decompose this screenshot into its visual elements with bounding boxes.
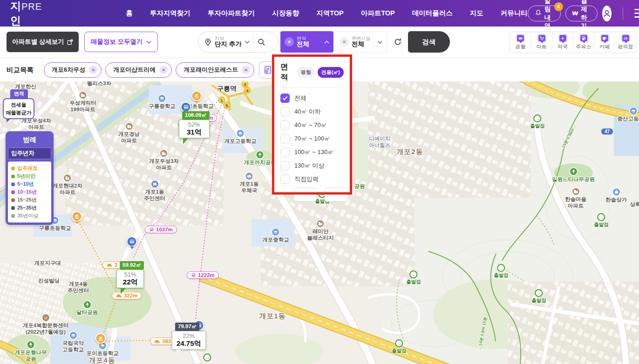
brand-logo[interactable]: 지인 PRE xyxy=(10,0,42,28)
alarm-button[interactable]: 알림내역 4 xyxy=(528,6,561,21)
map-label-line: 개포지구대 xyxy=(34,260,61,266)
distance-pill-1222m[interactable]: 1222m xyxy=(187,271,219,279)
area-filter-button[interactable]: ✕ 면적 전체 xyxy=(280,31,333,53)
area-option-label: 40㎡ 이하 xyxy=(294,108,321,116)
facility-filter-button[interactable]: ✕ 주변시설 전체 xyxy=(335,31,387,53)
checkbox-icon[interactable] xyxy=(280,148,290,157)
listing-toggle-button[interactable]: 매물정보 모두열기 xyxy=(84,32,158,52)
clear-filter-icon[interactable]: ✕ xyxy=(285,37,294,47)
unit-option-pyeong[interactable]: 평형 xyxy=(297,67,315,78)
elementary-school-pin[interactable]: 초 xyxy=(95,333,106,344)
profile-avatar[interactable] xyxy=(602,6,612,21)
refresh-icon xyxy=(393,37,402,47)
map-label-개포우성4차: 개포우성4차아파트 xyxy=(21,117,51,131)
area-option-3[interactable]: 70㎡ ~ 100㎡ xyxy=(280,132,344,145)
amenity-toggle-은행[interactable]: ₩은행 xyxy=(510,32,531,53)
price-marker-2[interactable]: 79.97㎡22%24.75억 xyxy=(172,322,206,356)
nav-item-6[interactable]: 데이터플러스 xyxy=(412,9,453,18)
compare-chip-2[interactable]: 개포래미안포레스트✕ xyxy=(176,62,254,78)
map-label-개포4복합문화센터: 개포4복합문화센터(2022년7월예정) xyxy=(23,314,68,336)
school-icon xyxy=(237,130,244,137)
tooltip-line: 매물평균가 xyxy=(5,109,33,117)
area-option-6[interactable]: 직접입력 xyxy=(280,172,344,186)
checkbox-icon[interactable] xyxy=(280,121,290,130)
area-option-4[interactable]: 100㎡ ~ 130㎡ xyxy=(280,145,344,159)
map-label-개포1동: 개포1동우체국 xyxy=(240,173,259,194)
nav-item-2[interactable]: 투자아파트찾기 xyxy=(208,9,255,18)
culture-icon xyxy=(42,314,49,321)
cart-icon xyxy=(538,34,546,42)
school-icon xyxy=(630,108,637,115)
bus-stop-pin[interactable] xyxy=(127,236,137,247)
compare-report-button[interactable] xyxy=(259,61,276,79)
hamburger-menu-icon[interactable] xyxy=(632,7,639,20)
distance-pill-1037m[interactable]: 1037m xyxy=(145,226,177,233)
map-label-line: 일원느티나무공원 xyxy=(552,176,595,182)
elementary-school-pin[interactable]: 초 xyxy=(72,211,82,222)
nav-item-1[interactable]: 투자지역찾기 xyxy=(150,9,190,18)
map-label-개포1동: 개포1동 xyxy=(259,312,286,321)
amenity-toggle-약국[interactable]: +약국 xyxy=(552,32,573,53)
marker-price: 24.75억 xyxy=(177,339,201,348)
map-label-개포4동: 개포4동 xyxy=(88,356,115,364)
elementary-school-pin[interactable]: 초 xyxy=(191,91,202,101)
map-label-line: 개포고등학교 xyxy=(224,138,257,144)
marker-tail xyxy=(121,288,126,294)
amenity-toggle-주유소[interactable]: 주유소 xyxy=(573,32,594,53)
amenity-toggle-편의점[interactable]: 24편의점 xyxy=(615,32,636,53)
nav-item-3[interactable]: 시장동향 xyxy=(272,9,299,18)
checkbox-icon[interactable] xyxy=(280,161,290,170)
search-button[interactable]: 검색 xyxy=(408,31,450,53)
nav-item-5[interactable]: 아파트TOP xyxy=(361,9,395,18)
map-label-개포까치공원: 개포까치공원 xyxy=(244,151,276,166)
area-option-5[interactable]: 130㎡ 이상 xyxy=(280,159,344,172)
marker-area: 108.09㎡ xyxy=(182,111,210,120)
region-selector[interactable]: 지역 단지 추가 xyxy=(198,31,278,53)
area-option-2[interactable]: 40㎡ ~ 70㎡ xyxy=(280,118,344,132)
marker-area: 59.92㎡ xyxy=(120,261,144,270)
area-option-1[interactable]: 40㎡ 이하 xyxy=(280,105,344,118)
remove-chip-icon[interactable]: ✕ xyxy=(242,66,250,74)
amenity-label: 편의점 xyxy=(618,43,633,50)
legend-dot xyxy=(11,190,15,194)
subway-exit-4: 4 xyxy=(244,87,251,94)
map-label-line: 개포까치공원 xyxy=(244,159,276,166)
payment-button[interactable]: ₩ 결제하기 xyxy=(565,6,598,21)
clear-filter-icon[interactable]: ✕ xyxy=(340,37,349,47)
area-range-min-input[interactable] xyxy=(293,188,317,202)
unit-option-m2[interactable]: 전용(㎡) xyxy=(318,67,344,78)
amenity-toggle-카페[interactable]: 카페 xyxy=(594,32,615,53)
remove-chip-icon[interactable]: ✕ xyxy=(89,66,97,74)
price-marker-0[interactable]: 108.09㎡52%31억 xyxy=(179,110,210,144)
tooltip-tab[interactable]: 면적 xyxy=(10,89,28,98)
arrow-right-icon: → xyxy=(410,270,418,278)
amenity-toggle-마트[interactable]: 마트 xyxy=(531,32,552,53)
map-label-우성캐릭터: 우성캐릭터199아파트 xyxy=(69,92,96,113)
area-option-0[interactable]: 전체 xyxy=(280,91,344,105)
nav-item-0[interactable]: 홈 xyxy=(126,9,133,18)
marker-body: 52%31억 xyxy=(179,120,210,138)
checkbox-checked-icon[interactable] xyxy=(280,94,290,103)
distance-text: 1222m xyxy=(198,272,215,278)
checkbox-icon[interactable] xyxy=(280,175,290,184)
remove-chip-icon[interactable]: ✕ xyxy=(159,66,168,74)
nav-item-4[interactable]: 지역TOP xyxy=(316,9,344,18)
apt-icon xyxy=(126,123,133,130)
area-panel-title: 면적 xyxy=(280,62,294,82)
checkbox-icon[interactable] xyxy=(280,134,290,143)
trailhead-marker: →출발점 xyxy=(531,289,546,304)
reset-filters-button[interactable] xyxy=(390,32,405,52)
nav-item-7[interactable]: 지도 xyxy=(470,9,483,18)
nav-item-8[interactable]: 커뮤니티 xyxy=(501,9,528,18)
apartment-detail-button[interactable]: 아파트별 상세보기 xyxy=(7,32,79,52)
amenity-label: 은행 xyxy=(516,43,526,50)
area-range-max-input[interactable] xyxy=(325,188,348,202)
price-marker-1[interactable]: 59.92㎡51%22억 xyxy=(116,260,144,294)
compare-chip-1[interactable]: 개포더샵트리에✕ xyxy=(105,62,172,78)
legend-item-label: 입주예정 xyxy=(17,165,38,172)
chip-label: 개포더샵트리에 xyxy=(113,66,156,74)
compare-chip-0[interactable]: 개포6차우성✕ xyxy=(44,62,102,78)
legend-subtitle: 입주년차 xyxy=(8,148,51,159)
search-icon[interactable] xyxy=(258,38,265,46)
checkbox-icon[interactable] xyxy=(280,107,290,116)
